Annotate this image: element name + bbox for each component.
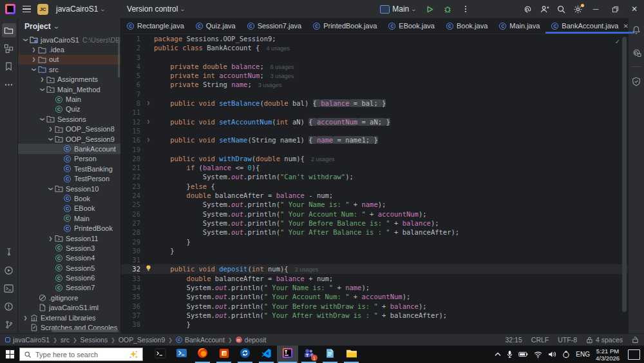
tree-chevron-icon[interactable]: ❯ (23, 36, 28, 43)
tree-chevron-icon[interactable]: ❯ (47, 236, 54, 241)
code-line-7[interactable]: 7 (121, 90, 628, 99)
tree-item-assignments[interactable]: ❯Assignments (18, 75, 120, 84)
code-line-33[interactable]: 33 double balanceAfter = balance + num; (121, 274, 628, 283)
more-toolwindows-button[interactable] (2, 77, 16, 92)
line-number[interactable]: 30 (121, 246, 143, 255)
run-configuration-selector[interactable]: Main ⌄ (376, 3, 420, 15)
fold-arrow-icon[interactable]: ❯ (143, 135, 154, 144)
project-vertical-scrollbar[interactable] (118, 37, 120, 77)
intention-bulb-icon[interactable] (143, 264, 154, 273)
vcs-widget[interactable]: Version control ⌄ (123, 3, 189, 15)
line-number[interactable]: 20 (121, 154, 143, 163)
usages-hint[interactable]: 6 usages (270, 64, 294, 70)
tree-item-main[interactable]: CMain (18, 213, 120, 223)
onedrive-tray-icon[interactable] (562, 351, 570, 358)
terminal-toolwindow-button[interactable] (2, 281, 16, 295)
taskbar-app-sync[interactable] (234, 346, 256, 363)
tab-rectangle-java[interactable]: CRectangle.java (121, 18, 190, 34)
code-line-2[interactable]: 2public class BankAccount {4 usages (121, 43, 628, 52)
tab-bankaccount-java[interactable]: CBankAccount.java✕ (545, 18, 634, 34)
code-line-38[interactable]: 38 } (121, 320, 628, 329)
tree-chevron-icon[interactable]: ❯ (30, 47, 37, 52)
clock-widget[interactable]: 5:21 PM 4/3/2026 (596, 348, 620, 362)
fold-arrow-icon[interactable]: ❯ (143, 117, 154, 126)
learn-shield-toolwindow-button[interactable] (629, 74, 643, 88)
line-number[interactable]: 21 (121, 163, 143, 172)
code-line-22[interactable]: 22 System.out.println("Can't withdraw"); (121, 172, 628, 181)
tree-item-javacairos1[interactable]: ❯javaCairoS1C:\Users\DELL\J (18, 35, 120, 44)
tree-item-printedbook[interactable]: CPrintedBook (18, 223, 120, 233)
code-line-4[interactable]: 4 private double balance;6 usages (121, 62, 628, 71)
code-line-23[interactable]: 23 }else { (121, 182, 628, 191)
line-number[interactable]: 5 (121, 71, 143, 80)
code-line-26[interactable]: 26 System.out.println(" Your Account Num… (121, 210, 628, 219)
line-number[interactable]: 7 (121, 90, 143, 99)
breadcrumb-item-oop_session9[interactable]: OOP_Session9 (118, 336, 165, 344)
tree-item-testperson[interactable]: CTestPerson (18, 173, 120, 183)
line-number[interactable]: 19 (121, 145, 143, 154)
line-number[interactable]: 32 (121, 264, 143, 273)
code-line-6[interactable]: 6 private String name;3 usages (121, 80, 628, 89)
line-number[interactable]: 15 (121, 126, 143, 135)
debug-button[interactable] (439, 2, 456, 16)
tree-item-session3[interactable]: CSession3 (18, 243, 120, 253)
tree-chevron-icon[interactable]: ❯ (32, 66, 37, 73)
project-horizontal-scrollbar[interactable] (52, 329, 118, 332)
tree-item-external-libraries[interactable]: ❯External Libraries (18, 313, 120, 322)
line-number[interactable]: 26 (121, 210, 143, 219)
fold-arrow-icon[interactable]: ❯ (143, 99, 154, 108)
build-toolwindow-button[interactable] (2, 245, 16, 259)
tree-item-javacairos1-iml[interactable]: javaCairoS1.iml (18, 303, 120, 313)
line-number[interactable]: 16 (121, 135, 143, 144)
line-number[interactable]: 6 (121, 80, 143, 89)
tree-item-out[interactable]: ❯out (18, 55, 120, 64)
readonly-toggle[interactable] (632, 336, 639, 344)
line-number[interactable]: 25 (121, 200, 143, 209)
tree-item-session6[interactable]: CSession6 (18, 273, 120, 282)
tree-item-src[interactable]: ❯src (18, 64, 120, 74)
line-number[interactable]: 34 (121, 283, 143, 292)
tree-item-session5[interactable]: CSession5 (18, 263, 120, 273)
taskbar-app-explorer[interactable] (341, 346, 362, 363)
code-line-21[interactable]: 21 if (balance <= 0){ (121, 163, 628, 172)
line-number[interactable]: 28 (121, 228, 143, 237)
tree-chevron-icon[interactable]: ❯ (22, 315, 29, 320)
code-line-16[interactable]: 16❯ public void setName(String name1) { … (121, 135, 628, 144)
tree-item-session7[interactable]: CSession7 (18, 283, 120, 293)
tree-item--idea[interactable]: ❯.idea (18, 44, 120, 54)
tree-chevron-icon[interactable]: ❯ (39, 77, 46, 82)
code-line-3[interactable]: 3 (121, 53, 628, 62)
code-line-8[interactable]: 8❯ public void setBalance(double bal) { … (121, 99, 628, 108)
window-restore-button[interactable] (605, 0, 625, 18)
line-number[interactable]: 3 (121, 53, 143, 62)
line-number[interactable]: 27 (121, 219, 143, 228)
code-line-15[interactable]: 15 (121, 126, 628, 135)
tab-printedbook-java[interactable]: CPrintedBook.java (307, 18, 383, 34)
code-line-34[interactable]: 34 System.out.println(" Your Name is: " … (121, 283, 628, 292)
line-number[interactable]: 37 (121, 311, 143, 320)
tree-item-quiz[interactable]: CQuiz (18, 104, 120, 114)
breadcrumb-item-bankaccount[interactable]: CBankAccount (176, 336, 225, 344)
line-number[interactable]: 31 (121, 255, 143, 264)
usages-hint[interactable]: 3 usages (258, 82, 282, 88)
code-line-36[interactable]: 36 System.out.println(" Your Before with… (121, 302, 628, 311)
code-line-12[interactable]: 12❯ public void setAccountNum(int aN) { … (121, 117, 628, 126)
ai-assistant-button[interactable] (519, 2, 536, 16)
run-button[interactable] (421, 2, 438, 16)
search-everywhere-button[interactable] (553, 2, 569, 16)
taskbar-search-input[interactable]: Type here to search (19, 348, 143, 361)
tree-chevron-icon[interactable]: ❯ (40, 115, 45, 123)
line-number[interactable]: 23 (121, 182, 143, 191)
tree-item-session10[interactable]: ❯Session10 (18, 184, 120, 193)
code-line-32[interactable]: 32 public void deposit(int num){2 usages (121, 264, 628, 273)
action-center-button[interactable] (628, 349, 640, 360)
tree-chevron-icon[interactable]: ❯ (30, 57, 37, 62)
tab-ebook-java[interactable]: CEBook.java (383, 18, 440, 34)
tree-chevron-icon[interactable]: ❯ (47, 126, 54, 132)
code-line-37[interactable]: 37 System.out.println(" Your After withD… (121, 311, 628, 320)
tab-main-java[interactable]: CMain.java (493, 18, 545, 34)
taskbar-app-vscode[interactable] (256, 346, 277, 363)
taskbar-app-firefox[interactable] (192, 346, 213, 363)
tree-item-main-method[interactable]: ❯Main_Method (18, 84, 120, 94)
code-line-1[interactable]: 1package Sessions.OOP_Session9; (121, 34, 628, 43)
